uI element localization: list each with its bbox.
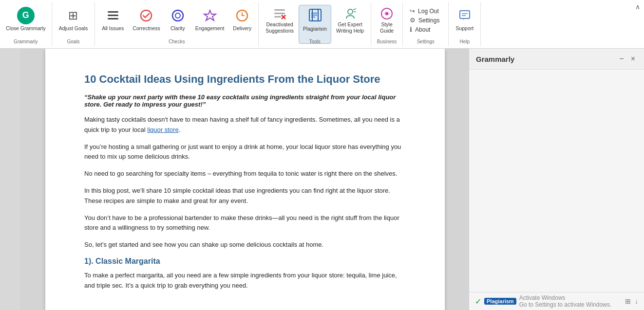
status-icons: ⊞ ↓ (625, 297, 638, 305)
ribbon: G Close Grammarly Grammarly ⊞ Adjust Goa… (0, 0, 644, 49)
delivery-button[interactable]: Delivery (229, 5, 255, 44)
log-out-icon: ↪ (410, 7, 415, 15)
ribbon-collapse-button[interactable]: ∧ (635, 3, 640, 11)
engagement-label: Engagement (195, 25, 225, 32)
close-grammarly-button[interactable]: G Close Grammarly (2, 5, 50, 44)
support-button[interactable]: Support (452, 5, 477, 44)
grammarly-logo-icon: G (17, 7, 35, 24)
liquor-store-link[interactable]: liquor store (147, 126, 178, 133)
svg-rect-2 (108, 18, 118, 19)
panel-minimize-button[interactable]: − (617, 54, 625, 64)
document-tagline: “Shake up your next party with these 10 … (84, 93, 406, 108)
adjust-goals-button[interactable]: ⊞ Adjust Goals (55, 5, 92, 44)
document-paragraph-5: You don’t have to be a professional bart… (84, 213, 406, 234)
ribbon-group-goals: ⊞ Adjust Goals Goals (52, 2, 95, 46)
ribbon-group-business: StyleGuide Business (371, 2, 403, 46)
clarity-button[interactable]: Clarity (165, 5, 190, 44)
ribbon-group-settings: ↪ Log Out ⚙ Settings ℹ About Settings (403, 2, 449, 46)
ribbon-group-checks: All Issues Correctness Clarity Engagemen… (95, 2, 259, 46)
svg-rect-22 (460, 11, 470, 18)
panel-body (469, 70, 644, 292)
svg-rect-7 (274, 9, 285, 11)
style-guide-icon (378, 7, 396, 21)
panel-controls: − × (617, 54, 637, 64)
goals-group-label: Goals (52, 39, 95, 44)
engagement-icon (201, 7, 219, 24)
status-icon-1: ⊞ (625, 297, 631, 305)
style-guide-button[interactable]: StyleGuide (374, 5, 399, 44)
grammarly-panel: Grammarly − × ✓ Plagiarism Activate Wind… (469, 49, 644, 310)
ribbon-group-help: Support Help (449, 2, 481, 46)
about-icon: ℹ (410, 26, 412, 33)
about-label: About (415, 26, 430, 33)
settings-group-label: Settings (403, 39, 448, 44)
plagiarism-icon (306, 7, 324, 25)
checks-group-label: Checks (95, 39, 258, 44)
document-paragraph-2: If you’re hosting a small gathering or j… (84, 142, 406, 163)
svg-point-5 (175, 13, 180, 18)
svg-rect-8 (274, 13, 285, 14)
settings-gear-icon: ⚙ (410, 17, 416, 24)
document-paragraph-4: In this blog post, we’ll share 10 simple… (84, 186, 406, 206)
style-guide-label: StyleGuide (380, 21, 394, 34)
log-out-item[interactable]: ↪ Log Out (407, 6, 442, 16)
svg-point-21 (385, 12, 388, 15)
svg-point-3 (141, 10, 152, 21)
settings-label: Settings (418, 17, 439, 24)
status-bar: ✓ Plagiarism Activate Windows Go to Sett… (469, 292, 644, 310)
deactivated-suggestions-button[interactable]: DeactivatedSuggestions (262, 5, 298, 44)
delivery-label: Delivery (233, 25, 251, 32)
clarity-icon (169, 7, 187, 24)
section-1-title: 1). Classic Margarita (84, 257, 406, 266)
plagiarism-label: Plagiarism (303, 26, 327, 32)
all-issues-label: All Issues (102, 25, 124, 32)
tools-group-label: Tools (259, 39, 371, 44)
document: 10 Cocktail Ideas Using Ingredients From… (45, 49, 445, 310)
status-icon-2: ↓ (635, 297, 638, 305)
svg-point-4 (172, 10, 183, 21)
svg-rect-9 (274, 16, 281, 18)
panel-title: Grammarly (476, 55, 514, 63)
about-item[interactable]: ℹ About (407, 25, 433, 34)
settings-item[interactable]: ⚙ Settings (407, 16, 442, 25)
adjust-goals-label: Adjust Goals (59, 25, 88, 32)
left-sidebar-strip (0, 49, 21, 310)
section-1-paragraph: To make a perfect margarita, all you nee… (84, 271, 406, 291)
plagiarism-status: ✓ Plagiarism Activate Windows Go to Sett… (475, 294, 611, 308)
expert-writing-button[interactable]: Get ExpertWriting Help (332, 5, 368, 44)
svg-rect-1 (108, 15, 118, 16)
engagement-button[interactable]: Engagement (191, 5, 228, 44)
plagiarism-check-icon: ✓ (475, 297, 481, 306)
close-group-label: Grammarly (0, 39, 52, 44)
panel-header: Grammarly − × (469, 49, 644, 70)
main-area: 10 Cocktail Ideas Using Ingredients From… (0, 49, 644, 310)
svg-line-18 (353, 9, 356, 10)
svg-rect-0 (108, 11, 118, 13)
deactivated-label: DeactivatedSuggestions (265, 21, 294, 34)
document-paragraph-3: No need to go searching for specialty it… (84, 169, 406, 179)
document-area: 10 Cocktail Ideas Using Ingredients From… (21, 49, 469, 310)
log-out-label: Log Out (418, 8, 439, 15)
help-group-label: Help (449, 39, 480, 44)
all-issues-button[interactable]: All Issues (98, 5, 128, 44)
close-button-label: Close Grammarly (6, 25, 46, 32)
ribbon-group-close: G Close Grammarly Grammarly (0, 2, 52, 46)
correctness-label: Correctness (133, 25, 160, 32)
delivery-icon (233, 7, 251, 24)
panel-close-button[interactable]: × (629, 54, 637, 64)
correctness-button[interactable]: Correctness (129, 5, 164, 44)
support-label: Support (455, 25, 474, 32)
plagiarism-badge: Plagiarism (484, 298, 516, 305)
support-icon (456, 7, 474, 24)
document-paragraph-1: Making tasty cocktails doesn't have to m… (84, 115, 406, 135)
adjust-goals-icon: ⊞ (64, 7, 82, 24)
all-issues-icon (104, 7, 122, 24)
ribbon-group-tools: DeactivatedSuggestions Plagiarism Get Ex… (259, 2, 371, 46)
plagiarism-button[interactable]: Plagiarism (299, 5, 331, 44)
business-group-label: Business (371, 39, 402, 44)
expert-icon (341, 7, 359, 21)
svg-point-17 (348, 9, 353, 14)
document-paragraph-6: So, let’s get started and see how you ca… (84, 240, 406, 250)
deactivated-icon (271, 7, 288, 21)
clarity-label: Clarity (170, 25, 185, 32)
